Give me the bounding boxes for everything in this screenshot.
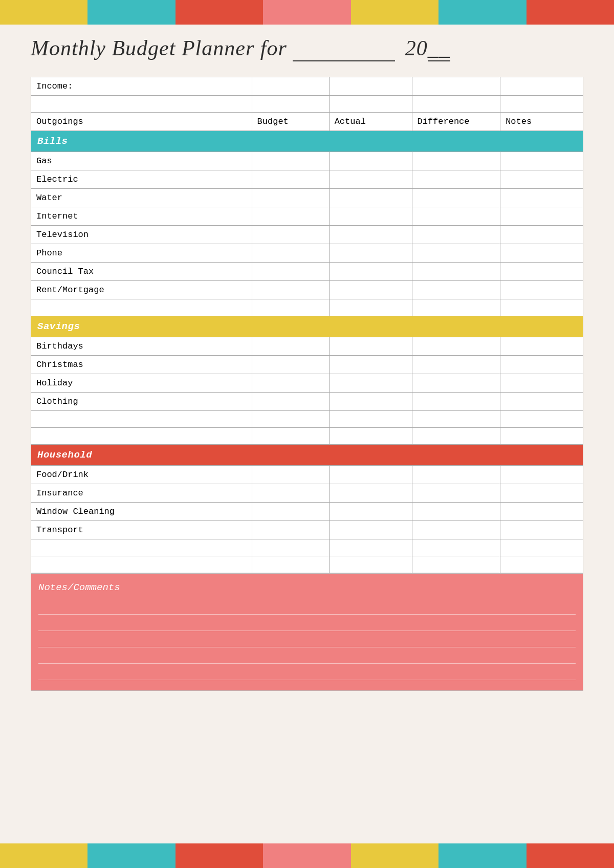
col-outgoings: Outgoings xyxy=(31,113,252,131)
top-color-bar xyxy=(0,0,614,25)
color-block-red2 xyxy=(527,0,614,25)
row-label: Gas xyxy=(31,152,252,170)
row-label: Transport xyxy=(31,521,252,539)
budget-table: Income: Outgoings Budget Actual Differen… xyxy=(31,77,583,573)
table-row: Internet xyxy=(31,207,583,226)
color-block-bottom-teal xyxy=(87,843,175,868)
table-row: Water xyxy=(31,189,583,207)
title-year: 20 xyxy=(405,36,428,60)
row-label: Council Tax xyxy=(31,263,252,281)
table-row: Insurance xyxy=(31,484,583,503)
notes-lines-container xyxy=(38,598,576,680)
table-row: Gas xyxy=(31,152,583,170)
color-block-red xyxy=(176,0,263,25)
row-label: Birthdays xyxy=(31,337,252,356)
savings-label: Savings xyxy=(31,316,583,337)
income-label: Income: xyxy=(31,77,252,96)
row-label: Insurance xyxy=(31,484,252,503)
notes-line-4 xyxy=(38,647,576,664)
table-row: Birthdays xyxy=(31,337,583,356)
empty-row-3 xyxy=(31,411,583,428)
row-label: Rent/Mortgage xyxy=(31,281,252,299)
row-label: Holiday xyxy=(31,374,252,393)
row-label: Christmas xyxy=(31,356,252,374)
color-block-bottom-pink xyxy=(263,843,350,868)
notes-line-1 xyxy=(38,598,576,615)
table-row: Christmas xyxy=(31,356,583,374)
row-label: Food/Drink xyxy=(31,466,252,484)
notes-line-3 xyxy=(38,631,576,647)
bills-label: Bills xyxy=(31,131,583,152)
notes-label: Notes/Comments xyxy=(38,582,576,593)
col-actual: Actual xyxy=(329,113,412,131)
color-block-teal xyxy=(87,0,175,25)
empty-row-5 xyxy=(31,539,583,556)
table-row: Rent/Mortgage xyxy=(31,281,583,299)
table-row: Holiday xyxy=(31,374,583,393)
row-label: Window Cleaning xyxy=(31,503,252,521)
row-label: Clothing xyxy=(31,393,252,411)
row-label: Water xyxy=(31,189,252,207)
color-block-yellow2 xyxy=(351,0,438,25)
page-title: Monthly Budget Planner for 20__ xyxy=(31,36,583,61)
col-budget: Budget xyxy=(252,113,329,131)
savings-section-header: Savings xyxy=(31,316,583,337)
notes-section: Notes/Comments xyxy=(31,573,583,691)
household-section-header: Household xyxy=(31,445,583,466)
empty-row-2 xyxy=(31,299,583,316)
title-year-blank: __ xyxy=(428,36,450,61)
color-block-bottom-yellow xyxy=(0,843,87,868)
income-actual-cell xyxy=(329,77,412,96)
income-diff-cell xyxy=(412,77,500,96)
table-row: Electric xyxy=(31,170,583,189)
column-headers-row: Outgoings Budget Actual Difference Notes xyxy=(31,113,583,131)
title-text: Monthly Budget Planner for xyxy=(31,36,287,60)
table-row: Window Cleaning xyxy=(31,503,583,521)
color-block-bottom-yellow2 xyxy=(351,843,438,868)
table-row: Transport xyxy=(31,521,583,539)
row-label: Internet xyxy=(31,207,252,226)
income-row: Income: xyxy=(31,77,583,96)
bottom-color-bar xyxy=(0,843,614,868)
notes-line-2 xyxy=(38,615,576,631)
row-label: Phone xyxy=(31,244,252,263)
table-row: Phone xyxy=(31,244,583,263)
title-blank-name xyxy=(293,36,399,60)
row-label: Electric xyxy=(31,170,252,189)
household-label: Household xyxy=(31,445,583,466)
notes-line-5 xyxy=(38,664,576,680)
col-notes: Notes xyxy=(500,113,583,131)
col-difference: Difference xyxy=(412,113,500,131)
income-notes-cell xyxy=(500,77,583,96)
row-label: Television xyxy=(31,226,252,244)
color-block-bottom-teal2 xyxy=(438,843,526,868)
color-block-pink xyxy=(263,0,350,25)
empty-row-4 xyxy=(31,428,583,445)
color-block-teal2 xyxy=(438,0,526,25)
table-row: Food/Drink xyxy=(31,466,583,484)
income-budget-cell xyxy=(252,77,329,96)
color-block-bottom-red2 xyxy=(527,843,614,868)
table-row: Television xyxy=(31,226,583,244)
table-row: Council Tax xyxy=(31,263,583,281)
color-block-bottom-red xyxy=(176,843,263,868)
color-block-yellow xyxy=(0,0,87,25)
bills-section-header: Bills xyxy=(31,131,583,152)
table-row: Clothing xyxy=(31,393,583,411)
empty-row-6 xyxy=(31,556,583,573)
empty-row-1 xyxy=(31,96,583,113)
